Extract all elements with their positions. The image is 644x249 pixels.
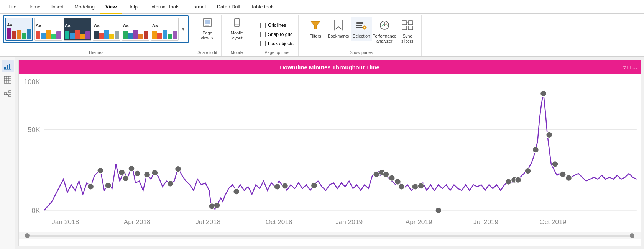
scrollbar-left-handle[interactable] [25, 233, 30, 238]
snap-to-grid-checkbox-box[interactable] [260, 32, 266, 37]
gridlines-checkbox[interactable]: Gridlines [260, 22, 294, 29]
theme-card-5[interactable]: Aa [122, 18, 150, 41]
svg-point-63 [175, 166, 181, 172]
svg-text:0K: 0K [31, 207, 40, 215]
svg-marker-8 [335, 20, 342, 30]
chart-body: 100K 50K 0K Jan 2018 Apr 2018 Jul 2018 O… [19, 74, 641, 232]
svg-point-67 [274, 183, 280, 190]
svg-rect-26 [7, 65, 8, 69]
svg-rect-20 [402, 26, 407, 30]
menu-modeling[interactable]: Modeling [69, 0, 100, 14]
more-icon[interactable]: … [632, 64, 637, 70]
lock-objects-checkbox[interactable]: Lock objects [260, 40, 294, 47]
svg-point-18 [384, 25, 385, 26]
menu-help[interactable]: Help [122, 0, 143, 14]
left-sidebar [0, 57, 15, 249]
chart-title-bar: Downtime Minutes Throughout Time ▿ □ … [19, 60, 641, 74]
mobile-layout-button[interactable]: Mobilelayout [226, 15, 248, 43]
svg-rect-10 [356, 25, 362, 26]
snap-to-grid-checkbox[interactable]: Snap to grid [260, 31, 294, 38]
menu-external-tools[interactable]: External Tools [143, 0, 185, 14]
svg-point-57 [123, 175, 129, 182]
filters-label: Filters [310, 34, 321, 39]
selection-label: Selection [353, 34, 370, 39]
menu-insert[interactable]: Insert [46, 0, 69, 14]
gridlines-checkbox-box[interactable] [260, 23, 266, 28]
performance-analyzer-button[interactable]: Performanceanalyzer [374, 17, 395, 46]
themes-group-label: Themes [88, 50, 104, 56]
svg-text:Apr 2018: Apr 2018 [124, 219, 151, 226]
theme-card-3[interactable]: Aa [64, 18, 91, 41]
svg-point-54 [97, 167, 104, 174]
svg-point-70 [373, 171, 380, 177]
page-view-icon [202, 18, 213, 30]
mobile-group: Mobilelayout Mobile [226, 15, 251, 56]
filter-icon[interactable]: ▿ [623, 64, 626, 70]
sidebar-icon-model[interactable] [2, 87, 14, 100]
svg-point-77 [418, 183, 424, 189]
svg-point-6 [237, 25, 237, 26]
svg-point-69 [311, 182, 317, 188]
svg-rect-34 [4, 93, 7, 95]
main-area: Downtime Minutes Throughout Time ▿ □ … 1… [0, 57, 644, 249]
theme-card-4[interactable]: Aa [93, 18, 120, 41]
svg-point-87 [560, 171, 566, 177]
selection-button[interactable]: Selection [351, 17, 372, 41]
svg-point-66 [233, 188, 240, 195]
svg-point-59 [134, 170, 140, 177]
menu-table-tools[interactable]: Table tools [245, 0, 280, 14]
svg-point-75 [398, 183, 404, 190]
svg-point-82 [525, 168, 531, 174]
show-panes-buttons: Filters Bookmarks [305, 17, 418, 46]
svg-point-86 [552, 161, 558, 167]
menu-format[interactable]: Format [185, 0, 211, 14]
menu-file[interactable]: File [3, 0, 22, 14]
svg-point-88 [565, 175, 572, 181]
theme-card-6[interactable]: Aa [151, 18, 179, 41]
scale-to-fit-group: Pageview ▼ Scale to fit [197, 15, 222, 56]
lock-objects-checkbox-box[interactable] [260, 41, 266, 46]
svg-point-73 [389, 175, 395, 181]
theme-card-2[interactable]: Aa [34, 18, 62, 41]
mobile-label: Mobile [231, 50, 243, 56]
sync-slicers-button[interactable]: Syncslicers [397, 17, 418, 46]
scrollbar-track[interactable] [25, 235, 634, 237]
svg-point-62 [167, 181, 173, 187]
svg-point-84 [540, 90, 546, 97]
chart-title-icons: ▿ □ … [623, 64, 637, 70]
scrollbar-right-handle[interactable] [630, 233, 634, 238]
menu-bar: File Home Insert Modeling View Help Exte… [0, 0, 644, 14]
sync-slicers-icon [401, 19, 414, 33]
svg-rect-21 [408, 21, 413, 25]
sidebar-icon-table[interactable] [2, 74, 14, 86]
theme-card-1[interactable]: Aa [5, 18, 33, 41]
svg-rect-11 [356, 27, 363, 28]
lock-objects-label: Lock objects [268, 41, 294, 46]
svg-text:Jul 2018: Jul 2018 [196, 219, 220, 226]
performance-analyzer-label: Performanceanalyzer [372, 34, 396, 44]
sync-slicers-label: Syncslicers [401, 34, 413, 44]
svg-point-61 [152, 170, 158, 176]
menu-view[interactable]: View [100, 0, 122, 14]
svg-point-68 [282, 183, 288, 189]
svg-line-37 [7, 92, 9, 94]
svg-point-83 [532, 147, 539, 153]
themes-scroll-button[interactable]: ▼ [180, 18, 186, 41]
filters-button[interactable]: Filters [305, 17, 326, 41]
ribbon: Aa Aa [0, 14, 644, 57]
page-view-button[interactable]: Pageview ▼ [197, 15, 218, 43]
focus-icon[interactable]: □ [628, 64, 631, 70]
svg-text:50K: 50K [28, 126, 40, 134]
svg-point-72 [383, 171, 389, 177]
menu-home[interactable]: Home [22, 0, 46, 14]
mobile-layout-label: Mobilelayout [231, 31, 243, 41]
svg-text:Oct 2018: Oct 2018 [266, 219, 292, 226]
svg-rect-19 [402, 21, 407, 25]
menu-data-drill[interactable]: Data / Drill [212, 0, 246, 14]
scale-to-fit-label: Scale to fit [197, 50, 217, 56]
page-options-group: Gridlines Snap to grid Lock objects Page… [256, 15, 299, 56]
chart-scrollbar [19, 232, 641, 239]
sidebar-icon-bar-chart[interactable] [2, 60, 14, 72]
bookmarks-button[interactable]: Bookmarks [328, 17, 349, 41]
themes-group: Aa Aa [3, 15, 192, 56]
